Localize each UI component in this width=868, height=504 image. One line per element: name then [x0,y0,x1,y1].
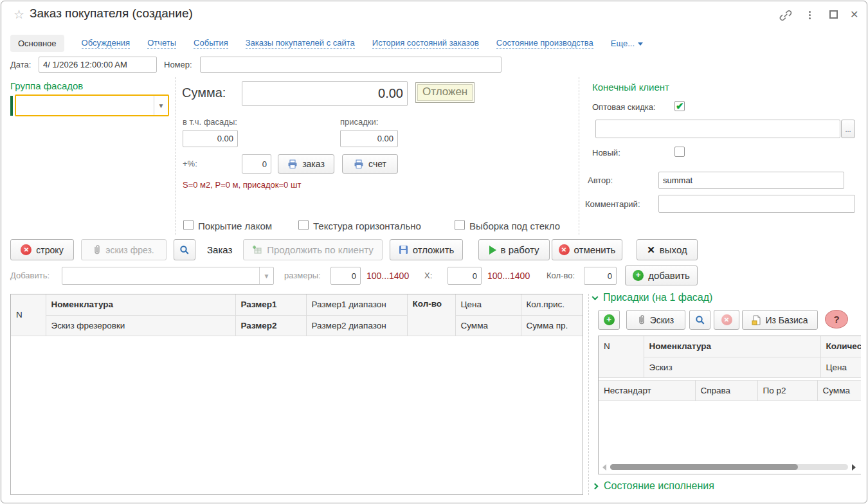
col-header-nomenclature[interactable]: Номенклатура [644,336,820,357]
additives-sum-input[interactable] [340,130,398,147]
to-work-button[interactable]: в работу [478,239,550,260]
continue-by-client-button[interactable]: Продолжить по клиенту [243,239,383,260]
x-icon: ✕ [647,244,655,256]
tab-order-status-history[interactable]: История состояний заказов [372,38,479,49]
end-client-input[interactable] [595,120,840,138]
horizontal-scrollbar[interactable] [602,463,856,471]
col-header-sum[interactable]: Сумма [455,315,521,336]
sketch-mill-button[interactable]: эскиз фрез. [81,239,167,260]
author-label: Автор: [588,176,613,185]
tab-bar: Основное Обсуждения Отчеты События Заказ… [10,35,643,52]
tab-discussions[interactable]: Обсуждения [82,38,131,49]
execution-state-toggle[interactable]: Состояние исполнения [593,480,714,492]
menu-dots-icon[interactable] [809,10,811,21]
comment-input[interactable] [658,195,855,213]
col-header-right[interactable]: Справа [695,380,757,401]
help-button[interactable]: ? [825,310,848,328]
col-header-n[interactable]: N [599,336,644,377]
size2-input[interactable] [448,267,482,285]
scroll-right-icon[interactable] [852,464,856,471]
author-input[interactable] [658,172,844,189]
additives-delete-button[interactable]: ✕ [714,310,739,330]
print-order-button[interactable]: заказ [278,154,334,174]
facade-group-label: Группа фасадов [10,80,83,91]
scrollbar-track[interactable] [610,464,848,470]
tab-site-orders[interactable]: Заказы покупателей с сайта [246,38,355,49]
texture-checkbox[interactable] [298,220,309,230]
exit-button[interactable]: ✕ выход [637,239,698,260]
cancel-button[interactable]: ✕ отменить [552,239,622,260]
col-header-add-qty[interactable]: Кол.прис. [521,294,583,315]
size1-input[interactable] [330,267,361,285]
close-icon[interactable]: ✕ [850,10,858,20]
copy-link-icon[interactable] [779,9,792,22]
col-header-nonstandard[interactable]: Нестандарт [599,380,695,401]
scroll-left-icon[interactable] [602,464,606,471]
sum-input[interactable] [242,81,408,106]
section-divider [579,77,579,235]
col-header-size1[interactable]: Размер1 [235,294,306,315]
delete-row-button[interactable]: ✕ строку [10,239,74,260]
quantity-input[interactable] [584,267,617,285]
additives-sketch-button[interactable]: Эскиз [626,310,685,330]
col-header-size1-range[interactable]: Размер1 диапазон [306,294,407,315]
col-header-size2-range[interactable]: Размер2 диапазон [306,315,407,336]
tab-production-status[interactable]: Состояние производства [496,38,593,49]
col-header-sum[interactable]: Сумма [817,380,861,401]
date-label: Дата: [10,60,31,69]
number-input[interactable] [200,57,502,73]
additives-search-button[interactable] [689,310,710,330]
additives-add-button[interactable]: + [598,310,620,330]
col-header-sketch[interactable]: Эскиз [644,357,820,377]
date-input[interactable] [39,57,157,73]
add-item-combobox[interactable]: ▼ [62,267,274,285]
favorite-star-icon[interactable]: ☆ [14,7,24,22]
col-header-quantity[interactable]: Количество [820,336,861,357]
percent-label: +%: [183,159,197,168]
col-header-price[interactable]: Цена [455,294,521,315]
print-invoice-button[interactable]: счет [342,154,398,174]
chevron-right-icon [592,483,599,489]
wholesale-discount-checkbox[interactable] [674,101,685,111]
additives-table-body[interactable] [599,401,861,453]
lacquer-checkbox[interactable] [183,220,194,230]
col-header-n[interactable]: N [11,294,46,336]
items-table-body[interactable] [11,336,583,495]
col-header-size2[interactable]: Размер2 [235,315,306,336]
col-header-nomenclature[interactable]: Номенклатура [46,294,235,315]
tab-more[interactable]: Еще... [611,39,635,49]
new-client-checkbox[interactable] [674,147,685,157]
combo-dropdown-icon[interactable]: ▼ [154,96,168,115]
facades-sum-input[interactable] [183,130,238,147]
search-icon [179,245,190,255]
search-button[interactable] [174,239,195,260]
tab-reports[interactable]: Отчеты [147,38,176,49]
percent-input[interactable] [242,154,271,174]
col-header-qty[interactable]: Кол-во [407,294,455,336]
x-label: X: [424,271,432,280]
status-badge: Отложен [415,82,475,103]
glass-checkbox[interactable] [455,220,465,230]
tab-events[interactable]: События [194,38,228,49]
tab-main[interactable]: Основное [10,35,64,52]
search-icon [695,315,705,325]
size1-range-text: 100...1400 [366,271,409,281]
additives-section-toggle[interactable]: Присадки (на 1 фасад) [593,292,712,303]
maximize-icon[interactable] [829,10,838,19]
red-x-circle-icon: ✕ [721,314,732,325]
scrollbar-thumb[interactable] [610,464,798,470]
col-header-price[interactable]: Цена [820,357,861,377]
add-button[interactable]: + добавить [625,266,698,285]
paste-document-icon [752,315,761,325]
col-header-sketch[interactable]: Эскиз фрезеровки [46,315,235,336]
facade-group-combobox[interactable]: ▼ [15,94,169,116]
comment-label: Комментарий: [585,199,640,209]
end-client-ellipsis-button[interactable]: ... [841,120,855,138]
postpone-button[interactable]: отложить [390,239,463,260]
combo-dropdown-icon[interactable]: ▼ [259,267,273,284]
additives-table: N Номенклатура Количество Эскиз Цена Нес… [598,336,861,474]
col-header-by-r2[interactable]: По р2 [757,380,817,401]
red-x-circle-icon: ✕ [21,244,32,255]
col-header-add-sum[interactable]: Сумма пр. [521,315,583,336]
from-basis-button[interactable]: Из Базиса [742,310,818,330]
